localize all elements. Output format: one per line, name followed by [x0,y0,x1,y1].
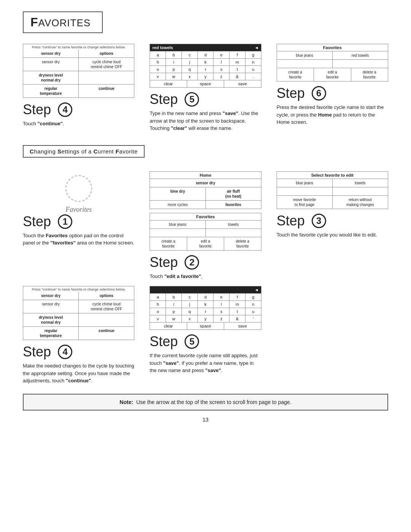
section-header: Changing Settings of a Current Favorite [23,145,145,158]
key-i[interactable]: i [166,59,182,66]
key-q2[interactable]: q [182,308,198,315]
key-j2[interactable]: j [182,301,198,308]
key-dot[interactable]: . [245,73,261,80]
home-sensor-row: sensor dry [150,179,261,187]
key-f2[interactable]: f [229,294,245,300]
fav-create-btn-bottom[interactable]: create a favorite [150,237,187,250]
favorites-panel-top: Favorites blue jeans red towels create a… [277,44,388,81]
home-more-cycles[interactable]: more cycles [150,201,206,209]
return-without-btn[interactable]: return without making changes [333,196,388,209]
key-v2[interactable]: v [150,315,166,322]
key-e2[interactable]: e [213,294,229,300]
key-g[interactable]: g [245,51,261,58]
step5-bottom-desc: If the current favorite cycle name still… [150,352,261,374]
key-p2[interactable]: p [166,308,182,315]
move-fav-btn[interactable]: move favorite to first page [277,196,333,209]
fav-top-row1: blue jeans red towels [277,51,388,59]
dryness-row-bottom: dryness level normal dry [23,313,134,326]
fav-top-empty-row [277,59,388,68]
key-r2[interactable]: r [198,308,214,315]
key-t2[interactable]: t [229,308,245,315]
keyboard-header-top: red towels ◄ [150,44,261,51]
key-save2[interactable]: save [224,323,261,329]
bottom-steps-45-section: Press "continue" to name favorite or cha… [23,286,388,385]
key-c2[interactable]: c [182,294,198,300]
select-blue-jeans[interactable]: blue jeans [277,179,333,187]
key-e[interactable]: e [213,51,229,58]
home-sensor-dry[interactable]: sensor dry [150,179,261,187]
key-h[interactable]: h [150,59,166,66]
key-k2[interactable]: k [198,301,214,308]
key-f[interactable]: f [229,51,245,58]
step4-top-heading: Step 4 [23,102,134,118]
key-x[interactable]: x [182,73,198,80]
key-d2[interactable]: d [198,294,214,300]
key-w2[interactable]: w [166,315,182,322]
dryness-cell-bottom: dryness level normal dry [23,313,79,326]
key-c[interactable]: c [182,51,198,58]
fav-red-towels[interactable]: red towels [333,51,388,59]
key-n[interactable]: n [245,59,261,66]
key-y[interactable]: y [198,73,214,80]
key-b2[interactable]: b [166,294,182,300]
key-l[interactable]: l [213,59,229,66]
key-u[interactable]: u [245,66,261,73]
key-s2[interactable]: s [213,308,229,315]
key-amp2[interactable]: & [229,315,245,322]
key-a2[interactable]: a [150,294,166,300]
key-t[interactable]: t [229,66,245,73]
key-i2[interactable]: i [166,301,182,308]
step5-bottom-heading: Step 5 [150,334,261,350]
select-empty-left [277,187,333,195]
key-a[interactable]: a [150,51,166,58]
fav-blue-jeans[interactable]: blue jeans [277,51,333,59]
key-l2[interactable]: l [213,301,229,308]
key-clear[interactable]: clear [150,80,187,87]
home-time-dry[interactable]: time dry [150,187,206,200]
fav-edit-btn-bottom[interactable]: edit a favorite [187,237,224,250]
favorites-panel-top-header: Favorites [277,44,388,51]
key-p[interactable]: p [166,66,182,73]
key-y2[interactable]: y [198,315,214,322]
key-q[interactable]: q [182,66,198,73]
key-space[interactable]: space [187,80,224,87]
key-n2[interactable]: n [245,301,261,308]
home-favorites[interactable]: favorites [206,201,261,209]
key-clear2[interactable]: clear [150,323,187,329]
key-v[interactable]: v [150,73,166,80]
key-space2[interactable]: space [187,323,224,329]
home-air-fluff[interactable]: air fluff (no heat) [206,187,261,200]
key-b[interactable]: b [166,51,182,58]
continue-cell[interactable]: continue [79,85,134,97]
key-z2[interactable]: z [213,315,229,322]
key-r[interactable]: r [198,66,214,73]
settings-options-row: sensor dry options [23,50,134,58]
key-o[interactable]: o [150,66,166,73]
key-g2[interactable]: g [245,294,261,300]
fav-towels-bottom[interactable]: towels [206,220,261,228]
key-amp[interactable]: & [229,73,245,80]
key-save[interactable]: save [224,80,261,87]
key-j[interactable]: j [182,59,198,66]
key-h2[interactable]: h [150,301,166,308]
favorites-panel-bottom-header: Favorites [150,213,261,220]
key-s[interactable]: s [213,66,229,73]
fav-delete-btn-top[interactable]: delete a favorite [351,68,388,81]
fav-create-btn-top[interactable]: create a favorite [277,68,314,81]
fav-blue-jeans-bottom[interactable]: blue jeans [150,220,206,228]
continue-cell-bottom[interactable]: continue [79,327,134,340]
key-w[interactable]: w [166,73,182,80]
fav-edit-btn-top[interactable]: edit a favorite [314,68,351,81]
key-d[interactable]: d [198,51,214,58]
key-m[interactable]: m [229,59,245,66]
key-k[interactable]: k [198,59,214,66]
key-m2[interactable]: m [229,301,245,308]
fav-delete-btn-bottom[interactable]: delete a favorite [224,237,261,250]
key-z[interactable]: z [213,73,229,80]
key-u2[interactable]: u [245,308,261,315]
key-x2[interactable]: x [182,315,198,322]
key-o2[interactable]: o [150,308,166,315]
options-label: options [79,50,134,58]
select-towels[interactable]: towels [333,179,388,187]
key-apos[interactable]: ' [245,315,261,322]
